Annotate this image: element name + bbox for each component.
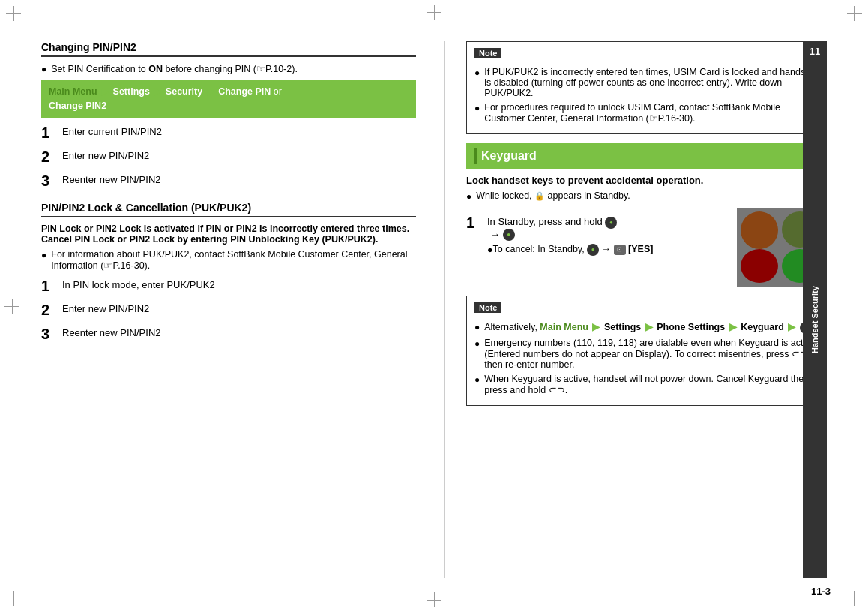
yes-label: [YES] [628, 244, 653, 254]
note-box-1: Note ● If PUK/PUK2 is incorrectly entere… [466, 41, 827, 134]
note2-bullet2: ● Emergency numbers (110, 119, 118) are … [474, 338, 819, 370]
fruit-1 [741, 212, 778, 249]
bullet-dot: ● [41, 64, 46, 74]
alt-settings: Settings [604, 322, 641, 332]
step-1-text: Enter current PIN/PIN2 [62, 124, 416, 137]
note1-b1-dot: ● [474, 68, 480, 78]
change-pin2-label: Change PIN2 [49, 100, 106, 111]
pin-cert-text: Set PIN Certification to ON before chang… [51, 63, 298, 74]
puk-step-3-content: Reenter new PIN/PIN2 [62, 325, 416, 338]
sub-bullet: ● [487, 244, 493, 255]
chapter-label-tab: Handset Security [803, 62, 827, 578]
kg-step-1-text: In Standby, press and hold ● → ● [487, 214, 729, 241]
arrow-indicator: → [487, 229, 500, 240]
puk-info-bullet: ● For information about PUK/PUK2, contac… [41, 249, 416, 271]
alt-phone-settings: Phone Settings [657, 322, 725, 332]
step-number-3: 3 [41, 172, 62, 190]
step-number-2: 2 [41, 148, 62, 166]
alt-arrow2: ▶ [645, 322, 655, 332]
cancel-arrow: → [602, 244, 614, 254]
note-label-2: Note [474, 302, 501, 313]
keyguard-bar [474, 148, 477, 164]
menu-path-text: Main Menu ▶ Settings ▶ Security ▶ Change… [49, 86, 282, 111]
note2-bullet3: ● When Keyguard is active, handset will … [474, 374, 819, 395]
note2-b1-dot: ● [474, 322, 480, 332]
bottom-cross-mark [427, 592, 441, 608]
note1-b2-dot: ● [474, 103, 480, 113]
top-cross-mark [427, 4, 441, 20]
note2-b3-dot: ● [474, 374, 480, 385]
keyguard-subhead: Lock handset keys to prevent accidental … [466, 175, 827, 186]
step-2-content: Enter new PIN/PIN2 [62, 148, 416, 161]
chapter-number-box: 11 [803, 41, 827, 62]
step-3-content: Reenter new PIN/PIN2 [62, 172, 416, 185]
kg-step-num-1: 1 [466, 214, 487, 232]
puk-title: PIN/PIN2 Lock & Cancellation (PUK/PUK2) [41, 202, 416, 218]
step-1-content: Enter current PIN/PIN2 [62, 124, 416, 137]
kg-step-1: 1 In Standby, press and hold ● → ● ● [466, 214, 729, 256]
puk-step-2-content: Enter new PIN/PIN2 [62, 301, 416, 314]
keyguard-standby-bullet: ● While locked, 🔒 appears in Standby. [466, 190, 827, 202]
puk-info-text: For information about PUK/PUK2, contact … [51, 249, 416, 271]
arrow3: ▶ [207, 86, 217, 97]
note-box-2: Note ● Alternatively, Main Menu ▶ Settin… [466, 296, 827, 406]
corner-mark-tl [6, 6, 28, 28]
corner-mark-br [840, 584, 862, 606]
cancel-text: To cancel: In Standby, ● → ⊡ [YES] [493, 244, 654, 256]
puk-bold-desc: PIN Lock or PIN2 Lock is activated if PI… [41, 224, 416, 244]
fruit-3 [741, 249, 778, 283]
note1-b1-text: If PUK/PUK2 is incorrectly entered ten t… [484, 67, 819, 98]
step-number-1: 1 [41, 124, 62, 142]
arrow2: ▶ [154, 86, 163, 97]
menu-path-box: Main Menu ▶ Settings ▶ Security ▶ Change… [41, 80, 416, 118]
note-label-1: Note [474, 48, 501, 58]
corner-mark-tr [840, 6, 862, 28]
note1-bullet1: ● If PUK/PUK2 is incorrectly entered ten… [474, 67, 819, 98]
yes-btn-icon: ⊡ [614, 244, 626, 255]
note1-bullet2: ● For procedures required to unlock USIM… [474, 102, 819, 124]
alt-arrow1: ▶ [592, 322, 602, 332]
kg-standby-text: While locked, 🔒 appears in Standby. [476, 190, 630, 201]
step-3-text: Reenter new PIN/PIN2 [62, 172, 416, 185]
puk-step-3-text: Reenter new PIN/PIN2 [62, 325, 416, 338]
alt-keyguard: Keyguard [741, 322, 784, 332]
changing-pin-section: Changing PIN/PIN2 ● Set PIN Certificatio… [41, 41, 416, 190]
puk-step-3: 3 Reenter new PIN/PIN2 [41, 325, 416, 343]
step-3: 3 Reenter new PIN/PIN2 [41, 172, 416, 190]
left-column: Changing PIN/PIN2 ● Set PIN Certificatio… [41, 41, 431, 578]
pin-cert-bullet: ● Set PIN Certification to ON before cha… [41, 63, 416, 74]
changing-pin-title: Changing PIN/PIN2 [41, 41, 416, 57]
center-btn-icon-2: ● [503, 229, 515, 241]
puk-step-number-2: 2 [41, 301, 62, 319]
step-2: 2 Enter new PIN/PIN2 [41, 148, 416, 166]
keyguard-section: Keyguard Lock handset keys to prevent ac… [466, 143, 827, 286]
step-2-text: Enter new PIN/PIN2 [62, 148, 416, 161]
page-number: 11-3 [811, 586, 831, 597]
column-divider [444, 41, 445, 578]
security-label: Security [166, 86, 202, 97]
center-btn-icon: ● [605, 217, 617, 229]
keyguard-title: Keyguard [481, 149, 537, 163]
puk-bullet-dot: ● [41, 250, 46, 260]
note2-b1-text: Alternatively, Main Menu ▶ Settings ▶ Ph… [484, 321, 814, 334]
note2-bullet1: ● Alternatively, Main Menu ▶ Settings ▶ … [474, 321, 819, 334]
center-btn-cancel-icon: ● [587, 244, 599, 256]
note2-b2-dot: ● [474, 338, 480, 349]
arrow1: ▶ [101, 86, 111, 97]
alt-arrow4: ▶ [788, 322, 798, 332]
kg-step-row: 1 In Standby, press and hold ● → ● ● [466, 208, 827, 286]
chapter-sidebar: 11 Handset Security [803, 41, 827, 578]
puk-step-number-3: 3 [41, 325, 62, 343]
note1-b2-text: For procedures required to unlock USIM C… [484, 102, 819, 124]
kg-step-1-sub: ● To cancel: In Standby, ● → ⊡ [YES] [487, 244, 729, 256]
note2-b3-text: When Keyguard is active, handset will no… [484, 374, 819, 395]
or-text: or [274, 86, 282, 97]
note2-b2-text: Emergency numbers (110, 119, 118) are di… [484, 338, 819, 370]
chapter-label-text: Handset Security [810, 286, 819, 354]
kg-bullet-dot: ● [466, 191, 471, 202]
alt-arrow3: ▶ [729, 322, 739, 332]
keyguard-header: Keyguard [466, 143, 827, 169]
puk-step-2: 2 Enter new PIN/PIN2 [41, 301, 416, 319]
puk-step-1-text: In PIN lock mode, enter PUK/PUK2 [62, 277, 416, 290]
lock-icon: 🔒 [534, 191, 545, 200]
